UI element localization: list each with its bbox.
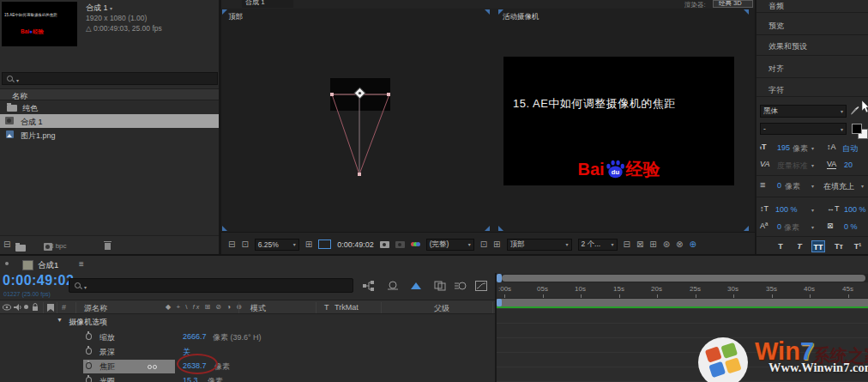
stopwatch-icon[interactable]: [86, 333, 92, 340]
chevron-down-icon[interactable]: ▾: [811, 145, 814, 151]
ruler-icon[interactable]: ⊞: [305, 240, 312, 249]
solo-icon[interactable]: [24, 305, 28, 309]
fast-preview-icon[interactable]: ⊠: [636, 240, 643, 249]
view-dropdown[interactable]: 顶部▾: [507, 239, 572, 251]
property-row-focus-distance[interactable]: 焦距 2638.7 像素: [0, 360, 496, 374]
chevron-down-icon[interactable]: ▾: [811, 207, 814, 213]
eyedropper-icon[interactable]: [850, 106, 859, 117]
flowchart-icon[interactable]: ⊛: [663, 240, 670, 249]
pixel-aspect-icon[interactable]: ⊟: [624, 240, 630, 249]
panel-menu-icon[interactable]: ≡: [79, 259, 84, 269]
project-item-image[interactable]: 图片1.png: [0, 128, 220, 142]
stopwatch-icon[interactable]: [86, 377, 92, 382]
renderer-button[interactable]: 经典 3D: [713, 0, 753, 8]
column-parent[interactable]: 父级: [434, 303, 449, 314]
timeline-tab-label[interactable]: 合成1: [38, 260, 58, 271]
lock-icon[interactable]: [32, 303, 39, 312]
property-name[interactable]: 光圈: [99, 376, 115, 382]
camera-point-handle[interactable]: [358, 173, 361, 176]
snapshot-icon[interactable]: [380, 241, 389, 248]
view-corner-handle[interactable]: [744, 226, 749, 231]
view-corner-handle[interactable]: [498, 9, 503, 15]
project-comp-name[interactable]: 合成 1 ▾: [86, 3, 112, 14]
view-corner-handle[interactable]: [744, 9, 749, 15]
draft-3d-icon[interactable]: [387, 281, 399, 291]
stroke-mode-value[interactable]: 在填充上: [823, 181, 854, 192]
column-trkmat[interactable]: TrkMat: [335, 303, 359, 312]
kerning-value[interactable]: 度量标准: [777, 161, 808, 172]
leading-value[interactable]: 自动: [842, 143, 858, 155]
property-row-zoom[interactable]: 缩放 2666.7 像素 (39.6° H): [0, 330, 496, 344]
project-columns-header[interactable]: 名称: [0, 88, 220, 100]
graph-editor-icon[interactable]: [475, 281, 487, 291]
tracking-value[interactable]: 20: [844, 161, 853, 169]
property-value[interactable]: 15.3: [183, 376, 198, 382]
show-snapshot-icon[interactable]: [395, 241, 405, 248]
chevron-down-icon[interactable]: ▾: [861, 183, 864, 189]
font-size-value[interactable]: 195: [777, 143, 790, 152]
stopwatch-icon[interactable]: [86, 362, 92, 369]
monitor-icon[interactable]: ⊡: [241, 240, 248, 249]
project-bpc-label[interactable]: 8 bpc: [50, 242, 67, 250]
camera-options-group[interactable]: ▼ 摄像机选项: [0, 315, 496, 329]
horizontal-scale-value[interactable]: 100 %: [844, 205, 868, 214]
resolution-dropdown[interactable]: (完整)▾: [426, 239, 474, 251]
panel-tab-character[interactable]: 字符: [769, 85, 784, 96]
reset-exposure-icon[interactable]: ⊗: [676, 240, 683, 249]
column-hash[interactable]: #: [62, 303, 66, 312]
motion-blur-icon[interactable]: [455, 281, 467, 291]
fill-color-swatch[interactable]: [852, 124, 862, 134]
channels-icon[interactable]: [411, 242, 420, 246]
work-area-start-bracket[interactable]: [497, 299, 502, 306]
baseline-shift-value[interactable]: 0: [777, 222, 781, 231]
interpret-footage-icon[interactable]: ⊟: [3, 240, 10, 249]
timeline-button-icon[interactable]: ⊞: [649, 240, 656, 249]
chevron-down-icon[interactable]: ▾: [811, 224, 814, 230]
tsume-value[interactable]: 0 %: [844, 222, 858, 231]
timeline-lock-icon[interactable]: [5, 262, 9, 265]
style-italic-button[interactable]: T: [793, 240, 806, 252]
chevron-down-icon[interactable]: ▾: [811, 162, 814, 168]
stopwatch-icon[interactable]: [86, 348, 92, 355]
eye-icon[interactable]: [3, 304, 11, 311]
comp-color-chip[interactable]: [22, 260, 33, 270]
flatten-icon[interactable]: ⊟: [228, 240, 235, 249]
column-t[interactable]: T: [324, 303, 329, 312]
style-all-caps-button[interactable]: TT: [811, 240, 825, 252]
composition-tab[interactable]: 合成 1: [242, 0, 293, 8]
view-layout-dropdown[interactable]: 2 个...▾: [578, 239, 618, 251]
panel-tab-align[interactable]: 对齐: [769, 64, 784, 75]
viewer-timecode[interactable]: 0:00:49:02: [337, 240, 374, 249]
label-icon[interactable]: [47, 304, 54, 312]
exposure-icon[interactable]: ⊕: [689, 240, 696, 249]
column-source-name[interactable]: 源名称: [84, 303, 107, 314]
property-value[interactable]: 2666.7: [183, 332, 207, 341]
transparency-grid-icon[interactable]: ⊞: [493, 240, 500, 249]
shy-layers-icon[interactable]: [410, 281, 422, 291]
property-name[interactable]: 焦距: [99, 361, 115, 373]
mini-flowchart-icon[interactable]: [363, 281, 375, 291]
font-family-dropdown[interactable]: 黑体▾: [760, 105, 847, 118]
work-area-bar[interactable]: [497, 299, 868, 306]
panel-tab-effects-presets[interactable]: 效果和预设: [769, 41, 807, 52]
stroke-width-value[interactable]: 0: [777, 181, 781, 190]
frame-blend-icon[interactable]: [434, 281, 446, 291]
audio-icon[interactable]: [14, 304, 21, 311]
property-name[interactable]: 景深: [99, 347, 115, 358]
timeline-search-input[interactable]: ▾: [69, 278, 353, 293]
property-row-depth-of-field[interactable]: 景深 关: [0, 345, 496, 359]
trash-icon[interactable]: [104, 241, 112, 250]
region-of-interest-icon[interactable]: [318, 240, 331, 249]
new-folder-icon[interactable]: [15, 245, 26, 252]
chevron-down-icon[interactable]: ▾: [811, 183, 814, 189]
project-search-input[interactable]: ▾: [2, 72, 218, 85]
timeline-scrollbar[interactable]: [497, 274, 868, 282]
style-superscript-button[interactable]: T¹: [851, 240, 865, 252]
composition-frame[interactable]: 15. AE中如何调整摄像机的焦距 Bai du 经验: [503, 57, 734, 185]
panel-tab-audio[interactable]: 音频: [769, 1, 784, 12]
time-ruler[interactable]: :00s 05s 10s 15s 20s 25s 30s 35s 40s 45s: [497, 282, 868, 299]
vertical-scale-value[interactable]: 100 %: [775, 205, 798, 214]
project-item-composition[interactable]: 合成 1: [0, 114, 220, 128]
magnification-dropdown[interactable]: 6.25%▾: [255, 239, 299, 251]
property-row-aperture[interactable]: 光圈 15.3 像素: [0, 374, 496, 382]
